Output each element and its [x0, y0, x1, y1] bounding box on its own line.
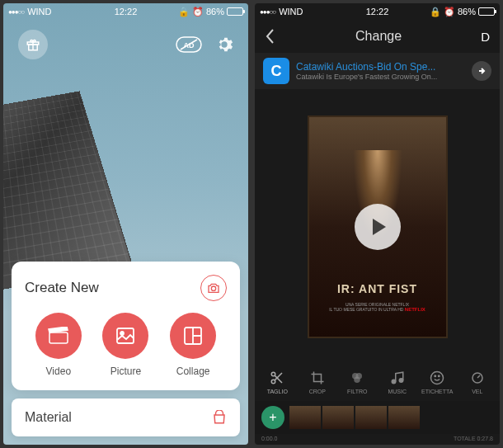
battery-icon — [227, 7, 243, 16]
filter-tool[interactable]: Filtro — [338, 370, 377, 394]
create-app-screen: ●●●○○ WIND 12:22 🔒 ⏰ 86% AD — [3, 3, 248, 445]
video-option[interactable]: Video — [35, 313, 82, 377]
ad-arrow-icon — [472, 61, 491, 81]
picture-option[interactable]: Picture — [102, 313, 148, 377]
filter-icon — [350, 370, 364, 385]
crop-tool[interactable]: Crop — [299, 370, 337, 394]
svg-line-26 — [477, 375, 480, 378]
svg-point-20 — [392, 380, 396, 384]
tool-label: Crop — [309, 389, 326, 394]
video-editor-screen: ●●●○○ WIND 12:22 🔒 ⏰ 86% Change D C Cata… — [255, 3, 500, 445]
tool-label: Etichetta — [421, 389, 453, 394]
crop-icon — [310, 370, 325, 385]
svg-point-23 — [435, 375, 436, 377]
ad-title: Catawiki Auctions-Bid On Spe... — [296, 61, 465, 73]
timeline-frame[interactable] — [289, 406, 321, 429]
grid-icon — [183, 326, 203, 346]
video-preview: IR: ANT FIST UNA SERIE ORIGINALE NETFLIX… — [255, 89, 500, 364]
carrier-label: WIND — [27, 7, 51, 17]
play-button[interactable] — [355, 204, 401, 250]
image-icon — [115, 327, 135, 345]
timeline-info: 0:00.0 TOTALE 0:27.8 — [255, 434, 500, 445]
create-new-card: Create New Video — [12, 262, 240, 390]
camera-button[interactable] — [200, 275, 227, 301]
picture-label: Picture — [110, 365, 141, 377]
poster-subtitle: UNA SERIE ORIGINALE NETFLIX IL TUO MESE … — [329, 302, 425, 312]
done-button[interactable]: D — [481, 30, 490, 44]
svg-point-9 — [120, 332, 124, 335]
material-title: Material — [25, 410, 72, 425]
alarm-icon: ⏰ — [192, 7, 204, 17]
back-button[interactable] — [265, 28, 276, 45]
scissors-icon — [270, 370, 284, 385]
editor-header: Change D — [255, 20, 500, 53]
battery-percent: 86% — [458, 7, 476, 17]
lock-icon: 🔒 — [178, 7, 190, 17]
poster-title: IR: ANT FIST — [337, 282, 417, 295]
timeline-start: 0:00.0 — [261, 436, 277, 441]
svg-point-22 — [431, 372, 444, 384]
signal-icon: ●●●○○ — [260, 8, 275, 16]
shop-icon — [212, 410, 227, 425]
lock-icon: 🔒 — [430, 7, 441, 17]
gift-button[interactable] — [18, 30, 48, 59]
settings-button[interactable] — [215, 35, 233, 54]
add-clip-button[interactable]: + — [261, 406, 284, 429]
app-header: AD — [3, 20, 248, 66]
create-title: Create New — [25, 280, 99, 296]
battery-icon — [478, 7, 495, 16]
svg-point-21 — [399, 379, 403, 383]
emoji-icon — [430, 370, 444, 385]
tool-label: Music — [388, 389, 407, 394]
timeline[interactable]: + — [255, 401, 500, 434]
music-icon — [390, 370, 405, 385]
svg-rect-7 — [49, 332, 68, 343]
svg-point-14 — [272, 380, 276, 384]
clapperboard-icon — [48, 327, 69, 345]
tool-label: Filtro — [347, 389, 367, 394]
video-label: Video — [46, 365, 71, 377]
collage-label: Collage — [176, 365, 210, 377]
timeline-frame[interactable] — [388, 406, 420, 429]
edit-toolbar: Taglio Crop Filtro Music Etichetta — [255, 364, 500, 401]
ad-logo: C — [263, 58, 289, 84]
camera-icon — [207, 282, 220, 294]
tool-label: Taglio — [267, 389, 288, 394]
timeline-frame[interactable] — [322, 406, 354, 429]
no-ads-icon[interactable]: AD — [176, 36, 202, 53]
timeline-frames[interactable] — [289, 406, 493, 429]
battery-percent: 86% — [206, 7, 224, 17]
ad-banner[interactable]: C Catawiki Auctions-Bid On Spe... Catawi… — [255, 53, 500, 89]
status-bar: ●●●○○ WIND 12:22 🔒 ⏰ 86% — [3, 3, 248, 20]
svg-point-13 — [272, 372, 276, 376]
timeline-total: TOTALE 0:27.8 — [454, 436, 493, 441]
tool-label: Vel — [472, 389, 482, 394]
material-card[interactable]: Material — [12, 398, 240, 436]
editor-title: Change — [355, 29, 402, 44]
music-tool[interactable]: Music — [378, 370, 417, 394]
label-tool[interactable]: Etichetta — [418, 370, 457, 394]
alarm-icon: ⏰ — [444, 7, 455, 17]
speed-icon — [470, 370, 485, 385]
play-icon — [373, 219, 386, 235]
signal-icon: ●●●○○ — [8, 8, 24, 16]
svg-point-6 — [211, 286, 215, 290]
svg-point-24 — [439, 375, 440, 377]
time-label: 12:22 — [366, 7, 389, 17]
gift-icon — [26, 37, 40, 52]
status-bar: ●●●○○ WIND 12:22 🔒 ⏰ 86% — [255, 3, 500, 20]
svg-point-19 — [355, 377, 361, 384]
timeline-frame[interactable] — [355, 406, 387, 429]
time-label: 12:22 — [115, 7, 138, 17]
carrier-label: WIND — [279, 7, 303, 17]
cut-tool[interactable]: Taglio — [258, 370, 297, 394]
collage-option[interactable]: Collage — [170, 313, 216, 377]
ad-subtitle: Catawiki Is Europe's Fastest Growing On.… — [296, 73, 465, 81]
speed-tool[interactable]: Vel — [458, 370, 497, 394]
